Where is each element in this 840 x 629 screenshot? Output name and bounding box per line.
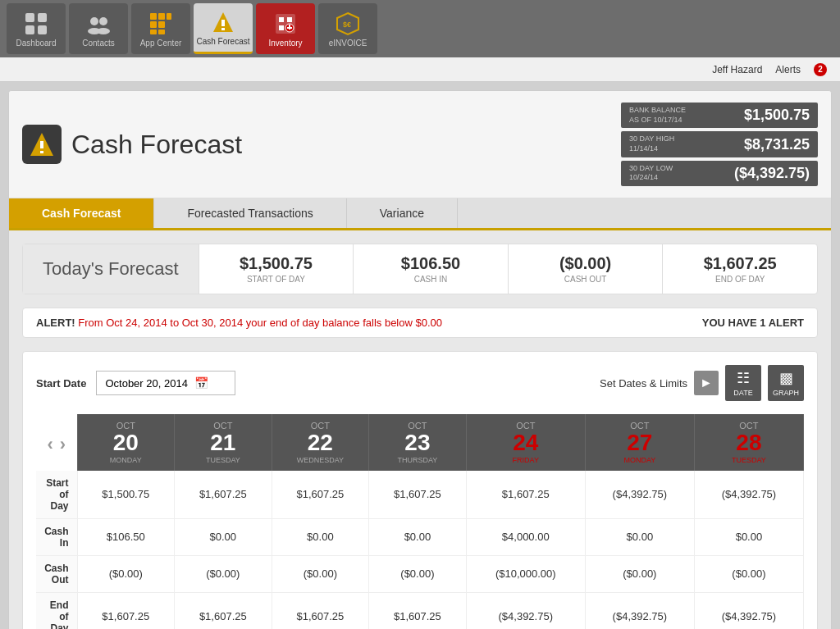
stat-value-30day-high: $8,731.25 <box>744 136 810 153</box>
set-dates-button[interactable]: Set Dates & Limits <box>600 377 687 390</box>
forecast-label-section: Today's Forecast <box>23 244 199 294</box>
cell-co-oct27: ($0.00) <box>585 555 694 592</box>
svg-rect-20 <box>287 17 292 22</box>
nav-item-app-center[interactable]: App Center <box>131 3 190 54</box>
inventory-icon <box>272 11 299 37</box>
date-btn-label: DATE <box>733 389 752 397</box>
nav-label-app-center: App Center <box>140 39 182 48</box>
app-title-area: Cash Forecast <box>22 125 242 164</box>
svg-point-7 <box>97 28 110 34</box>
prev-arrow[interactable]: ‹ <box>47 434 52 455</box>
svg-rect-30 <box>40 151 43 153</box>
alert-message: From Oct 24, 2014 to Oct 30, 2014 your e… <box>78 317 442 329</box>
col-header-oct21: OCT 21 TUESDAY <box>175 414 272 471</box>
stat-box-bank-balance: BANK BALANCE AS OF 10/17/14 $1,500.75 <box>621 103 818 128</box>
svg-text:€: € <box>347 21 351 29</box>
col-header-oct24: OCT 24 FRIDAY <box>466 414 585 471</box>
cell-eod-oct27: ($4,392.75) <box>585 592 694 629</box>
row-label-cash-out: Cash Out <box>36 555 77 592</box>
svg-rect-21 <box>279 25 284 30</box>
tab-variance[interactable]: Variance <box>347 198 458 228</box>
cell-sod-oct23: $1,607.25 <box>369 471 467 519</box>
set-dates-arrow-button[interactable]: ► <box>694 371 719 395</box>
alert-text: ALERT! From Oct 24, 2014 to Oct 30, 2014… <box>36 317 442 329</box>
alerts-badge[interactable]: 2 <box>814 63 827 76</box>
tab-cash-forecast[interactable]: Cash Forecast <box>9 198 154 228</box>
svg-point-5 <box>99 17 107 25</box>
right-controls: Set Dates & Limits ► ☷ DATE ▩ GRAPH <box>600 365 804 401</box>
forecast-stat-endofday-value: $1,607.25 <box>676 254 804 273</box>
col-header-oct22: OCT 22 WEDNESDAY <box>272 414 369 471</box>
date-input[interactable]: October 20, 2014 📅 <box>96 371 235 395</box>
stats-boxes: BANK BALANCE AS OF 10/17/14 $1,500.75 30… <box>621 103 818 186</box>
row-cash-in: Cash In $106.50 $0.00 $0.00 $0.00 $4,000… <box>36 518 804 555</box>
cell-co-oct23: ($0.00) <box>369 555 467 592</box>
date-view-icon: ☷ <box>737 369 750 387</box>
user-name: Jeff Hazard <box>712 64 762 75</box>
forecast-bar: Today's Forecast $1,500.75 START OF DAY … <box>22 244 818 294</box>
svg-rect-8 <box>150 13 157 20</box>
forecast-stat-endofday-label: END OF DAY <box>676 275 804 284</box>
nav-item-dashboard[interactable]: Dashboard <box>7 3 66 54</box>
svg-rect-11 <box>150 21 157 28</box>
dayname-oct20: MONDAY <box>83 456 170 467</box>
row-end-of-day: End of Day $1,607.25 $1,607.25 $1,607.25… <box>36 592 804 629</box>
nav-arrows-cell: ‹ › <box>36 414 77 471</box>
app-header: Cash Forecast BANK BALANCE AS OF 10/17/1… <box>9 91 831 198</box>
row-label-start-of-day: Start of Day <box>36 471 77 519</box>
daynum-oct24: 24 <box>472 431 580 456</box>
svg-rect-14 <box>158 30 165 34</box>
forecast-stat-cashout-label: CASH OUT <box>522 275 650 284</box>
stat-value-bank-balance: $1,500.75 <box>744 107 810 124</box>
forecast-stat-start-label: START OF DAY <box>212 275 340 284</box>
app-center-icon <box>148 11 174 37</box>
einvoice-icon: $ € <box>335 11 361 37</box>
cell-ci-oct27: $0.00 <box>585 518 694 555</box>
nav-item-einvoice[interactable]: $ € eINVOICE <box>318 3 377 54</box>
col-header-oct28: OCT 28 TUESDAY <box>694 414 803 471</box>
cell-eod-oct23: $1,607.25 <box>369 592 467 629</box>
cell-sod-oct20: $1,500.75 <box>77 471 175 519</box>
cell-sod-oct28: ($4,392.75) <box>694 471 803 519</box>
svg-rect-29 <box>40 141 43 148</box>
svg-rect-2 <box>25 25 34 34</box>
svg-rect-3 <box>38 25 47 34</box>
app-icon-box <box>22 125 62 164</box>
dashboard-icon <box>23 11 49 37</box>
col-header-oct23: OCT 23 THURSDAY <box>369 414 467 471</box>
alerts-label[interactable]: Alerts <box>775 64 801 75</box>
stat-label-30day-low: 30 DAY LOW 10/24/14 <box>629 164 673 183</box>
start-date-label: Start Date <box>36 377 86 390</box>
forecast-stat-cashin-label: CASH IN <box>367 275 495 284</box>
row-label-end-of-day: End of Day <box>36 592 77 629</box>
date-view-button[interactable]: ☷ DATE <box>725 365 761 401</box>
dayname-oct22: WEDNESDAY <box>277 456 364 467</box>
svg-rect-13 <box>150 30 157 34</box>
cell-co-oct20: ($0.00) <box>77 555 175 592</box>
next-arrow[interactable]: › <box>60 434 66 455</box>
graph-btn-label: GRAPH <box>773 389 799 397</box>
dayname-oct23: THURSDAY <box>374 456 461 467</box>
tabs-bar: Cash Forecast Forecasted Transactions Va… <box>9 198 831 230</box>
dayname-oct27: MONDAY <box>591 456 689 467</box>
cell-ci-oct23: $0.00 <box>369 518 467 555</box>
calendar-section: Start Date October 20, 2014 📅 Set Dates … <box>22 351 818 629</box>
nav-item-contacts[interactable]: Contacts <box>69 3 128 54</box>
alert-box: ALERT! From Oct 24, 2014 to Oct 30, 2014… <box>22 308 818 338</box>
graph-view-button[interactable]: ▩ GRAPH <box>768 365 804 401</box>
daynum-oct20: 20 <box>83 431 170 456</box>
app-panel: Cash Forecast BANK BALANCE AS OF 10/17/1… <box>8 90 832 629</box>
cell-co-oct21: ($0.00) <box>175 555 272 592</box>
nav-item-inventory[interactable]: Inventory <box>256 3 315 54</box>
cell-eod-oct28: ($4,392.75) <box>694 592 803 629</box>
nav-item-cash-forecast[interactable]: Cash Forecast <box>194 3 253 54</box>
nav-label-contacts: Contacts <box>82 39 114 48</box>
daynum-oct28: 28 <box>700 431 798 456</box>
stat-value-30day-low: ($4,392.75) <box>734 165 810 182</box>
today-forecast-label: Today's Forecast <box>43 258 179 280</box>
stat-box-30day-low: 30 DAY LOW 10/24/14 ($4,392.75) <box>621 161 818 186</box>
calendar-controls: Start Date October 20, 2014 📅 Set Dates … <box>36 365 804 401</box>
svg-rect-12 <box>158 21 165 28</box>
tab-forecasted-transactions[interactable]: Forecasted Transactions <box>154 198 346 228</box>
cell-ci-oct21: $0.00 <box>175 518 272 555</box>
